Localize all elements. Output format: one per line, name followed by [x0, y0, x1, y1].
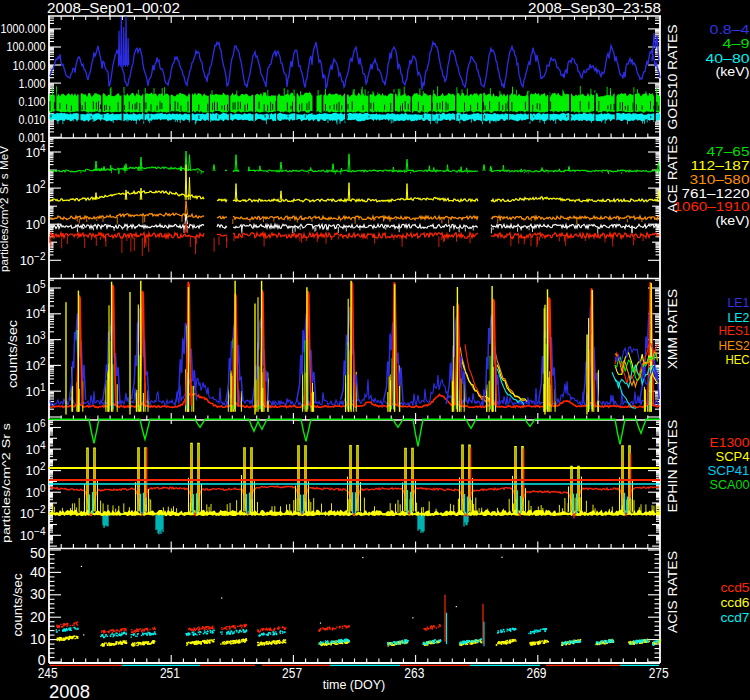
svg-text:30: 30: [30, 586, 46, 602]
svg-text:counts/sec: counts/sec: [6, 320, 20, 388]
svg-text:HES1: HES1: [719, 323, 750, 338]
svg-text:263: 263: [404, 665, 424, 681]
svg-text:251: 251: [160, 665, 180, 681]
svg-text:100.000: 100.000: [7, 39, 46, 54]
svg-text:counts/sec: counts/sec: [11, 574, 25, 637]
svg-text:10: 10: [30, 631, 46, 647]
svg-text:GOES10 RATES: GOES10 RATES: [665, 25, 680, 130]
svg-text:SCP41: SCP41: [708, 463, 750, 478]
svg-text:1000.000: 1000.000: [1, 21, 46, 36]
svg-text:(keV): (keV): [716, 213, 750, 228]
svg-text:E1300: E1300: [710, 435, 750, 450]
svg-text:1060–1910: 1060–1910: [674, 199, 750, 214]
svg-text:EPHIN RATES: EPHIN RATES: [665, 420, 680, 513]
svg-text:ccd6: ccd6: [721, 595, 750, 610]
svg-text:245: 245: [38, 665, 58, 681]
svg-text:particles/cm^2 Sr s MeV: particles/cm^2 Sr s MeV: [0, 146, 11, 272]
svg-text:257: 257: [282, 665, 302, 681]
svg-text:40: 40: [30, 564, 46, 580]
svg-text:particles/cm^2 Sr s: particles/cm^2 Sr s: [0, 423, 13, 543]
svg-text:SCP4: SCP4: [716, 449, 750, 464]
svg-text:2008: 2008: [49, 681, 90, 700]
svg-text:10.000: 10.000: [13, 58, 46, 73]
svg-text:47–65: 47–65: [707, 144, 750, 159]
svg-text:(keV): (keV): [716, 64, 750, 79]
svg-text:4–9: 4–9: [723, 36, 750, 51]
svg-text:1.000: 1.000: [19, 76, 46, 91]
svg-text:0.100: 0.100: [19, 94, 46, 109]
svg-text:SCA00: SCA00: [710, 477, 750, 492]
svg-text:50: 50: [30, 545, 46, 561]
svg-text:2008–Sep01–00:02: 2008–Sep01–00:02: [47, 0, 180, 16]
svg-text:112–187: 112–187: [691, 158, 750, 173]
svg-text:XMM RATES: XMM RATES: [665, 289, 680, 369]
svg-text:269: 269: [527, 665, 547, 681]
svg-text:761–1220: 761–1220: [682, 186, 750, 201]
svg-text:0.8–4: 0.8–4: [710, 22, 750, 37]
svg-text:time (DOY): time (DOY): [323, 678, 386, 692]
svg-text:HES2: HES2: [719, 338, 750, 353]
svg-text:0.010: 0.010: [19, 112, 46, 127]
svg-text:2008–Sep30–23:58: 2008–Sep30–23:58: [528, 0, 661, 16]
svg-text:275: 275: [649, 665, 669, 681]
svg-text:LE1: LE1: [728, 295, 750, 310]
svg-text:ccd5: ccd5: [721, 580, 750, 595]
svg-text:ACIS RATES: ACIS RATES: [665, 551, 680, 633]
svg-text:ccd7: ccd7: [721, 610, 750, 625]
svg-text:20: 20: [30, 609, 46, 625]
svg-text:HEC: HEC: [726, 352, 750, 367]
